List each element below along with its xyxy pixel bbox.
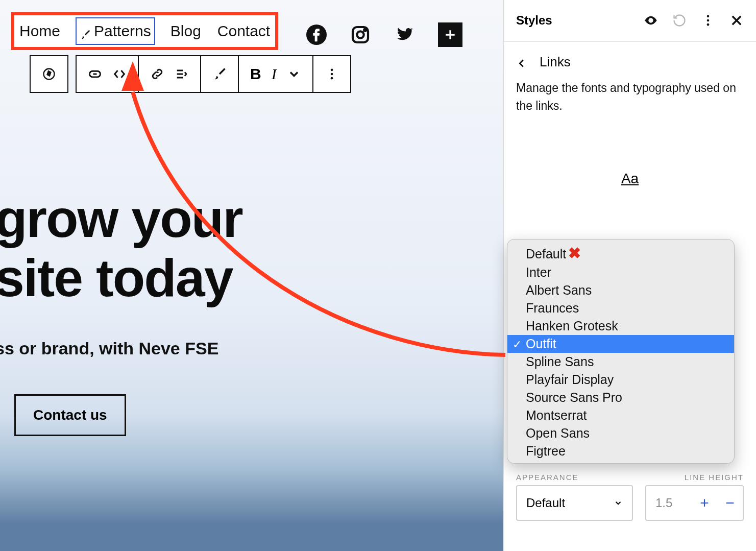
revisions-icon[interactable] [672,13,687,28]
panel-breadcrumb: Links [504,42,756,73]
hero-heading: grow your site today [0,189,503,308]
svg-point-9 [707,15,710,18]
instagram-icon[interactable] [350,25,371,45]
twitter-icon[interactable] [394,25,414,45]
lineheight-stepper[interactable]: 1.5 + − [645,485,744,521]
font-option-default[interactable]: Default✖ [507,243,734,263]
font-option-label: Hanken Grotesk [526,319,618,333]
font-option-outfit[interactable]: ✓Outfit [507,335,734,353]
font-option-inter[interactable]: Inter [507,263,734,281]
hero-line2: site today [0,248,232,307]
appearance-select[interactable]: Default [516,485,633,521]
nav-home[interactable]: Home [18,17,61,45]
link-icon[interactable] [150,67,164,81]
font-option-source-sans-pro[interactable]: Source Sans Pro [507,389,734,406]
lineheight-label: LINE HEIGHT [685,473,744,482]
link-block-icon[interactable] [88,67,102,81]
nav-patterns-label: Patterns [94,22,151,39]
nav-patterns[interactable]: Patterns [76,17,155,45]
bold-button[interactable]: B [250,65,261,83]
facebook-icon[interactable] [306,25,327,45]
svg-point-8 [330,77,333,80]
chevron-down-icon [614,498,623,508]
font-option-open-sans[interactable]: Open Sans [507,424,734,442]
submenu-icon[interactable] [175,67,189,81]
compass-icon[interactable] [42,67,56,81]
font-option-hanken-grotesk[interactable]: Hanken Grotesk [507,317,734,335]
prev-next-icon[interactable] [112,67,127,81]
svg-point-6 [330,69,333,71]
svg-point-10 [707,19,710,22]
brush-toolbar-icon[interactable] [212,67,227,81]
panel-description: Manage the fonts and typography used on … [504,73,756,114]
format-cell: B I [238,55,313,93]
kebab-icon[interactable] [701,13,715,28]
breadcrumb-section: Links [540,54,571,70]
font-option-montserrat[interactable]: Montserrat [507,406,734,424]
svg-point-3 [364,29,366,31]
preview-glyph: Aa [621,171,639,186]
font-option-label: Playfair Display [526,372,614,387]
svg-point-11 [707,23,710,26]
close-icon[interactable] [729,13,744,28]
italic-button[interactable]: I [272,65,277,83]
font-option-playfair-display[interactable]: Playfair Display [507,371,734,389]
contact-us-button[interactable]: Contact us [14,394,126,436]
stepper-minus[interactable]: − [717,494,743,512]
typography-preview: Aa [504,171,756,187]
check-icon: ✓ [513,338,522,351]
font-option-label: Inter [526,265,551,279]
block-toolbar: B I [30,55,351,93]
appearance-value: Default [526,496,565,510]
x-annotation-icon: ✖ [568,245,581,261]
nav-menu-highlight: Home Patterns Blog Contact [11,12,278,50]
social-icons [306,22,462,47]
font-option-label: Figtree [526,444,566,458]
font-option-label: Fraunces [526,301,579,315]
editor-canvas: Home Patterns Blog Contact [0,0,503,551]
svg-point-2 [357,31,363,38]
more-cell [312,55,351,93]
font-option-fraunces[interactable]: Fraunces [507,299,734,317]
font-family-dropdown[interactable]: Default✖InterAlbert SansFrauncesHanken G… [507,239,735,464]
nav-contact[interactable]: Contact [216,17,271,45]
font-option-spline-sans[interactable]: Spline Sans [507,353,734,371]
font-option-figtree[interactable]: Figtree [507,442,734,460]
more-vertical-icon[interactable] [325,67,339,81]
back-icon[interactable] [516,57,527,68]
chevron-down-icon[interactable] [287,67,301,81]
style-cell [200,55,239,93]
stepper-plus[interactable]: + [692,494,717,512]
font-option-label: Default [526,247,566,261]
block-type-cell [30,55,68,93]
link-tools-cell [138,55,201,93]
eye-icon[interactable] [644,13,658,28]
svg-point-7 [330,73,333,76]
font-option-label: Albert Sans [526,283,592,297]
panel-header: Styles [504,0,756,42]
add-block-button[interactable] [438,22,462,47]
font-option-label: Open Sans [526,426,590,440]
nav-blog[interactable]: Blog [169,17,202,45]
hero-subtext: ss or brand, with Neve FSE [0,339,503,358]
brush-icon [80,27,91,38]
hero-section: grow your site today ss or brand, with N… [0,189,503,436]
font-option-label: Source Sans Pro [526,390,622,404]
font-option-label: Montserrat [526,408,587,422]
font-option-albert-sans[interactable]: Albert Sans [507,281,734,299]
appearance-label: APPEARANCE [516,473,579,482]
link-nav-cell [76,55,139,93]
font-option-label: Spline Sans [526,354,594,369]
styles-panel: Styles Links Manage the fonts and typogr… [503,0,756,551]
panel-title: Styles [516,13,552,28]
font-option-label: Outfit [526,337,556,351]
lineheight-value: 1.5 [646,496,692,510]
hero-line1: grow your [0,189,242,248]
